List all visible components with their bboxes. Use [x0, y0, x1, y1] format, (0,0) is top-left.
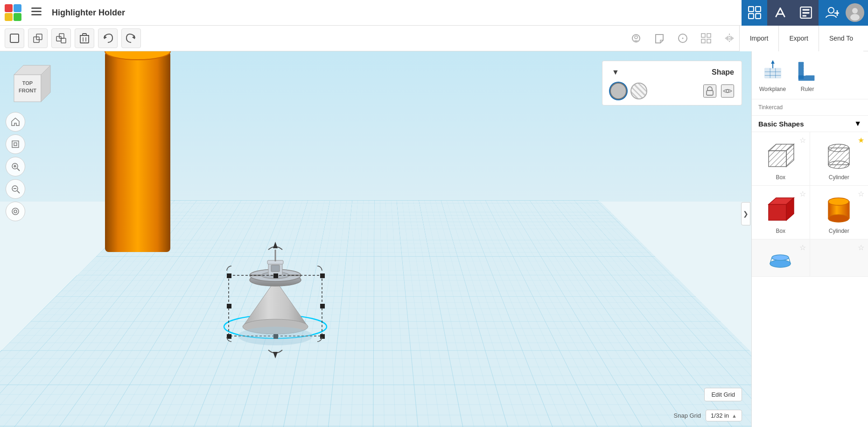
workplane-icon	[761, 58, 785, 82]
zoom-out-btn[interactable]	[6, 179, 25, 199]
snap-grid-label: Snap Grid	[674, 412, 701, 419]
import-btn[interactable]: Import	[739, 26, 779, 51]
undo-btn[interactable]	[98, 28, 118, 48]
shape-item-cylinder-orange[interactable]: ☆	[810, 186, 868, 239]
svg-rect-3	[749, 7, 754, 12]
avatar[interactable]	[846, 3, 864, 22]
svg-point-106	[828, 161, 849, 168]
orange-highlighter	[100, 51, 175, 252]
svg-rect-46	[12, 141, 19, 147]
partial2-star[interactable]: ☆	[858, 243, 864, 252]
partial1-star[interactable]: ☆	[799, 243, 806, 252]
redo-btn[interactable]	[121, 28, 141, 48]
svg-rect-47	[14, 143, 17, 146]
svg-marker-39	[725, 35, 728, 41]
view-mode-build-btn[interactable]	[767, 0, 793, 26]
selected-object[interactable]	[215, 215, 336, 383]
svg-rect-10	[802, 15, 806, 16]
shape-panel-toggle-arrow[interactable]: ▼	[610, 67, 621, 78]
svg-point-33	[682, 38, 683, 39]
box-gray-label: Box	[776, 174, 785, 181]
cylinder-gray-star[interactable]: ★	[858, 136, 864, 145]
shape-item-box-gray[interactable]: ☆	[752, 132, 810, 186]
group-btn[interactable]	[28, 28, 48, 48]
solid-shape-btn[interactable]	[610, 83, 627, 99]
note-btn[interactable]	[650, 28, 669, 48]
snap-grid-value-text: 1/32 in	[711, 412, 729, 419]
add-person-btn[interactable]	[819, 0, 846, 26]
box-red-star[interactable]: ☆	[799, 189, 806, 198]
box-gray-star[interactable]: ☆	[799, 136, 806, 145]
view-mode-grid-btn[interactable]	[742, 0, 767, 26]
svg-rect-20	[56, 36, 61, 41]
home-view-btn[interactable]	[6, 112, 25, 132]
shape-panel-icons	[703, 84, 734, 98]
top-nav: Highlighter Holder	[0, 0, 868, 26]
svg-marker-72	[273, 352, 278, 358]
svg-rect-35	[707, 34, 711, 37]
collapse-panel-handle[interactable]: ❯	[741, 202, 750, 225]
shapes-dropdown[interactable]: Basic Shapes ▼	[752, 116, 868, 132]
svg-point-113	[770, 260, 791, 267]
perspective-btn[interactable]	[6, 202, 25, 221]
svg-point-105	[828, 144, 849, 152]
send-to-btn[interactable]: Send To	[819, 26, 863, 51]
mirror-btn[interactable]	[720, 28, 739, 48]
svg-point-15	[852, 8, 858, 14]
snap-grid-selector[interactable]: 1/32 in ▲	[706, 410, 742, 421]
ruler-item[interactable]: Ruler	[795, 58, 819, 92]
shape-item-partial-1[interactable]: ☆	[752, 239, 810, 277]
svg-marker-91	[771, 60, 775, 64]
toolbar: Import Export Send To	[0, 26, 868, 51]
svg-rect-55	[12, 208, 19, 215]
shape-item-partial-2[interactable]: ☆	[810, 239, 868, 277]
hole-shape-btn[interactable]	[630, 83, 647, 99]
right-panel-top: Workplane Rule	[752, 51, 868, 99]
svg-rect-36	[701, 39, 705, 43]
shape-item-box-red[interactable]: ☆ Box	[752, 186, 810, 239]
svg-rect-77	[227, 304, 231, 308]
ie-buttons: Import Export Send To	[739, 26, 863, 51]
delete-btn[interactable]	[75, 28, 94, 48]
right-panel: Workplane Rule	[751, 51, 868, 427]
cylinder-orange-star[interactable]: ☆	[858, 189, 864, 198]
light-toggle-btn[interactable]	[626, 28, 646, 48]
measure-btn[interactable]	[673, 28, 693, 48]
svg-rect-1	[31, 11, 42, 12]
library-source: Tinkercad	[758, 104, 783, 111]
svg-line-49	[17, 168, 20, 171]
shape-item-cylinder-gray[interactable]: ★	[810, 132, 868, 186]
logo[interactable]	[0, 0, 26, 26]
svg-rect-17	[10, 34, 19, 42]
svg-rect-9	[802, 12, 809, 14]
view-mode-tinker-btn[interactable]	[793, 0, 819, 26]
zoom-in-btn[interactable]	[6, 157, 25, 176]
shapes-grid: ☆	[752, 132, 868, 277]
svg-rect-81	[320, 334, 325, 339]
edit-grid-btn[interactable]: Edit Grid	[704, 388, 742, 401]
shape-panel-title: Shape	[712, 68, 734, 77]
svg-rect-22	[61, 38, 66, 43]
orientation-cube[interactable]: TOP FRONT	[9, 61, 47, 107]
ruler-icon	[795, 58, 819, 82]
new-shape-btn[interactable]	[5, 28, 24, 48]
snap-grid-bar: Snap Grid 1/32 in ▲	[674, 410, 742, 421]
box-red-label: Box	[776, 228, 785, 234]
viewport[interactable]: TOP FRONT	[0, 51, 751, 427]
fit-view-btn[interactable]	[6, 134, 25, 154]
align-btn[interactable]	[696, 28, 716, 48]
svg-rect-4	[756, 7, 761, 12]
svg-rect-6	[756, 14, 761, 19]
box-red-img	[762, 192, 799, 225]
svg-point-56	[14, 210, 17, 213]
hamburger-icon[interactable]	[26, 7, 47, 18]
svg-rect-21	[59, 34, 64, 38]
workplane-item[interactable]: Workplane	[759, 58, 786, 92]
export-btn[interactable]: Export	[778, 26, 818, 51]
ungroup-btn[interactable]	[51, 28, 71, 48]
top-nav-right-section	[742, 0, 868, 25]
visibility-icon[interactable]	[721, 84, 734, 98]
lock-icon[interactable]	[703, 84, 716, 98]
svg-rect-93	[798, 76, 815, 81]
user-actions	[819, 0, 868, 26]
